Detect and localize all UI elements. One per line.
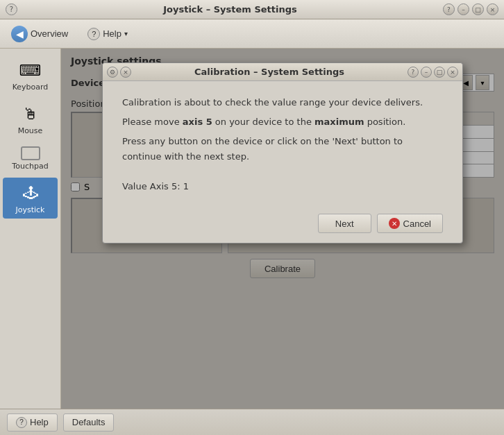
titlebar: ? Joystick – System Settings ? – □ × (0, 0, 504, 19)
dialog-help-btn[interactable]: ? (408, 67, 419, 78)
minimize-button[interactable]: ? (443, 3, 455, 15)
help-bottom-icon: ? (16, 417, 27, 428)
calibration-dialog: ⚙ × Calibration – System Settings ? – □ … (102, 62, 463, 244)
sidebar-item-mouse[interactable]: 🖱 Mouse (3, 99, 58, 139)
dialog-right-buttons: ? – □ × (408, 67, 458, 78)
help-button[interactable]: ? Help ▾ (82, 25, 133, 43)
help-label: Help (103, 28, 121, 39)
help-bottom-button[interactable]: ? Help (7, 413, 58, 432)
dialog-left-buttons: ⚙ × (107, 67, 131, 78)
cancel-button[interactable]: ✕ Cancel (377, 214, 443, 233)
dialog-close-btn[interactable]: × (447, 67, 458, 78)
sidebar-item-keyboard[interactable]: ⌨ Keyboard (3, 55, 58, 96)
dialog-text-1: Calibration is about to check the value … (122, 95, 443, 110)
titlebar-title: Joystick – System Settings (17, 4, 443, 15)
titlebar-window-controls: ? – □ × (443, 3, 498, 15)
maximize-button[interactable]: □ (472, 3, 484, 15)
overview-label: Overview (31, 28, 68, 39)
dialog-close-small[interactable]: × (120, 67, 131, 78)
dialog-text2-suffix: on your device to the (212, 117, 314, 127)
sidebar: ⌨ Keyboard 🖱 Mouse Touchpad 🕹 Joystick (0, 49, 61, 409)
defaults-label: Defaults (72, 417, 106, 427)
dialog-minimize-btn[interactable]: – (421, 67, 432, 78)
main-content: ⌨ Keyboard 🖱 Mouse Touchpad 🕹 Joystick J… (0, 49, 504, 409)
next-button[interactable]: Next (318, 214, 371, 233)
back-arrow-icon: ◀ (11, 26, 28, 42)
sidebar-label-joystick: Joystick (15, 205, 44, 214)
dialog-body: Calibration is about to check the value … (103, 81, 462, 214)
defaults-button[interactable]: Defaults (63, 413, 115, 432)
titlebar-left-controls: ? (6, 3, 17, 15)
help-icon: ? (87, 28, 100, 40)
toolbar: ◀ Overview ? Help ▾ (0, 19, 504, 49)
dialog-position-highlight: maximum (314, 117, 364, 127)
modal-overlay: ⚙ × Calibration – System Settings ? – □ … (61, 49, 504, 409)
sidebar-label-keyboard: Keyboard (12, 83, 49, 92)
bottom-bar: ? Help Defaults (0, 409, 504, 435)
mouse-icon: 🖱 (19, 103, 42, 125)
help-dropdown-icon: ▾ (124, 30, 128, 37)
dialog-titlebar: ⚙ × Calibration – System Settings ? – □ … (103, 63, 462, 81)
sidebar-item-touchpad[interactable]: Touchpad (3, 142, 58, 175)
dialog-text2-prefix: Please move (122, 117, 183, 127)
dialog-maximize-btn[interactable]: □ (434, 67, 445, 78)
content-panel: Joystick settings Device: GreenAsia Inc.… (61, 49, 504, 409)
keyboard-icon: ⌨ (19, 59, 42, 81)
dialog-text-3: Press any button on the device or click … (122, 134, 443, 164)
sidebar-item-joystick[interactable]: 🕹 Joystick (3, 178, 58, 219)
joystick-icon: 🕹 (19, 182, 42, 204)
dialog-actions: Next ✕ Cancel (103, 214, 462, 243)
cancel-icon: ✕ (389, 218, 400, 229)
cancel-label: Cancel (403, 219, 431, 229)
dialog-text-2: Please move axis 5 on your device to the… (122, 114, 443, 130)
minimize-button2[interactable]: – (457, 3, 469, 15)
dialog-tool-icon: ⚙ (107, 67, 118, 78)
dialog-text2-end: position. (364, 117, 406, 127)
overview-button[interactable]: ◀ Overview (6, 23, 74, 45)
titlebar-help-icon[interactable]: ? (6, 3, 17, 15)
touchpad-icon (21, 146, 40, 160)
close-button[interactable]: × (487, 3, 498, 15)
value-axis-display: Value Axis 5: 1 (122, 181, 443, 191)
dialog-title: Calibration – System Settings (131, 67, 408, 77)
help-bottom-label: Help (30, 417, 49, 427)
sidebar-label-mouse: Mouse (18, 126, 43, 135)
dialog-axis-highlight: axis 5 (183, 117, 212, 127)
sidebar-label-touchpad: Touchpad (12, 162, 48, 171)
